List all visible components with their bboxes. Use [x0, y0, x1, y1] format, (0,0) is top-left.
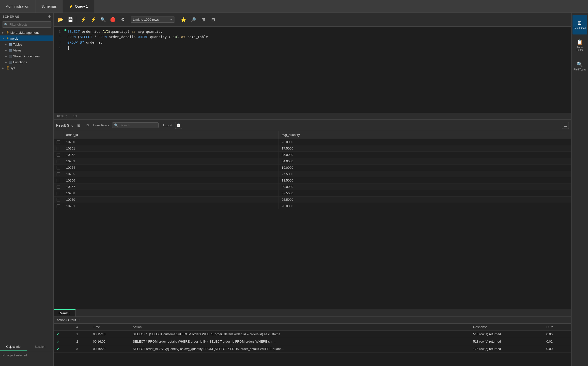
- cell-avg-quantity: 20.0000: [279, 184, 571, 190]
- tree-label-tables: Tables: [13, 43, 22, 46]
- limit-select-label: Limit to 1000 rows: [133, 18, 159, 21]
- result-tab-3-label: Result 3: [59, 311, 70, 315]
- table-row[interactable]: 10261 20.0000: [54, 203, 571, 209]
- cell-order-id: 10254: [63, 165, 279, 171]
- result-grid-panel-button[interactable]: ⊞ Result Grid: [573, 15, 587, 34]
- schema-tree: ▶ 🗄 LibraryManagement ▼ 🗄 mydb ▶ ▦ Table…: [0, 30, 53, 343]
- open-file-button[interactable]: 📂: [56, 15, 65, 24]
- tree-item-librarymanagement[interactable]: ▶ 🗄 LibraryManagement: [0, 30, 53, 35]
- action-time-cell: 00:15:18: [90, 331, 130, 338]
- tab-schemas[interactable]: Schemas: [35, 0, 63, 13]
- list-item[interactable]: ✓ 1 00:15:18 SELECT *, (SELECT customer_…: [54, 331, 571, 338]
- tree-label-mydb: mydb: [10, 37, 18, 40]
- row-checkbox[interactable]: [57, 192, 60, 195]
- tree-item-functions[interactable]: ▶ ▦ Functions: [0, 59, 53, 65]
- find-button[interactable]: 🔍: [99, 15, 108, 24]
- cell-order-id: 10260: [63, 197, 279, 203]
- save-button[interactable]: 💾: [66, 15, 75, 24]
- search-box[interactable]: 🔍: [112, 122, 159, 128]
- filter-objects-input[interactable]: [9, 23, 49, 26]
- row-checkbox[interactable]: [57, 185, 60, 189]
- table-row[interactable]: 10260 25.5000: [54, 197, 571, 203]
- row-checkbox[interactable]: [57, 204, 60, 208]
- cell-avg-quantity: 34.0000: [279, 158, 571, 165]
- row-checkbox[interactable]: [57, 147, 60, 150]
- query-tab-icon: ⚡: [69, 4, 73, 8]
- execute-selected-button[interactable]: ⚡: [89, 15, 98, 24]
- row-checkbox[interactable]: [57, 153, 60, 157]
- result-tab-3[interactable]: Result 3: [54, 309, 76, 316]
- schemas-settings-icon[interactable]: ⚙: [48, 15, 51, 18]
- action-col-time: Time: [90, 324, 130, 331]
- table-row[interactable]: 10253 34.0000: [54, 158, 571, 165]
- action-response-cell: 518 row(s) returned: [470, 338, 543, 345]
- magnify-button[interactable]: 🔎: [189, 15, 198, 24]
- tree-label-sys: sys: [10, 66, 15, 70]
- main-layout: SCHEMAS ⚙ 🔍 ▶ 🗄 LibraryManagement ▼ 🗄 my…: [0, 13, 588, 366]
- result-area: Result Grid ⊞ ↻ Filter Rows: 🔍 Export: 📋…: [54, 120, 571, 366]
- table-row[interactable]: 10252 35.0000: [54, 152, 571, 158]
- export-button[interactable]: 📋: [175, 122, 182, 129]
- tab-query1[interactable]: ⚡ Query 1: [63, 0, 94, 13]
- row-checkbox[interactable]: [57, 179, 60, 182]
- administration-tab-label: Administration: [6, 4, 29, 8]
- tree-label-stored-procedures: Stored Procedures: [13, 54, 40, 58]
- limit-select[interactable]: Limit to 1000 rows ▼: [131, 17, 175, 23]
- action-output-sort-icon[interactable]: ⇅: [78, 318, 81, 322]
- list-item[interactable]: ✓ 2 00:16:05 SELECT * FROM order_details…: [54, 338, 571, 345]
- zoom-arrows-icon[interactable]: ▲ ▼: [65, 114, 67, 118]
- tab-session[interactable]: Session: [27, 343, 54, 351]
- wrap-button[interactable]: ☰: [562, 122, 569, 129]
- cell-order-id: 10253: [63, 158, 279, 165]
- table-row[interactable]: 10255 27.5000: [54, 171, 571, 177]
- execute-button[interactable]: ⚡: [79, 15, 88, 24]
- table-row[interactable]: 10251 17.5000: [54, 145, 571, 152]
- form-editor-panel-button[interactable]: 📋 Form Editor: [573, 35, 587, 55]
- row-checkbox[interactable]: [57, 172, 60, 176]
- row-checkbox[interactable]: [57, 166, 60, 169]
- table-row[interactable]: 10256 13.5000: [54, 177, 571, 184]
- table-row[interactable]: 10257 20.0000: [54, 184, 571, 190]
- tab-administration[interactable]: Administration: [0, 0, 35, 13]
- no-object-selected-text: No object selected: [2, 354, 27, 357]
- row-checkbox[interactable]: [57, 140, 60, 144]
- line-code-1: SELECT order_id, AVG(quantity) as avg_qu…: [67, 29, 571, 34]
- tree-item-mydb[interactable]: ▼ 🗄 mydb: [0, 35, 53, 41]
- tab-object-info[interactable]: Object Info: [0, 343, 27, 351]
- stop-button[interactable]: 🛑: [108, 15, 117, 24]
- refresh-button[interactable]: ↻: [84, 122, 91, 129]
- settings-button[interactable]: ⚙: [118, 15, 127, 24]
- layout2-button[interactable]: ⊟: [209, 15, 217, 24]
- layout1-button[interactable]: ⊞: [199, 15, 208, 24]
- zoom-control[interactable]: 100% ▲ ▼: [57, 114, 67, 118]
- toolbar-separator-2: [177, 16, 177, 23]
- cell-order-id: 10257: [63, 184, 279, 190]
- tree-item-sys[interactable]: ▶ 🗄 sys: [0, 65, 53, 71]
- tree-item-tables[interactable]: ▶ ▦ Tables: [0, 41, 53, 47]
- tree-item-stored-procedures[interactable]: ▶ ▦ Stored Procedures: [0, 53, 53, 59]
- table-row[interactable]: 10258 57.5000: [54, 190, 571, 197]
- star-button[interactable]: ⭐: [179, 15, 188, 24]
- sql-editor[interactable]: 1 SELECT order_id, AVG(quantity) as avg_…: [54, 27, 571, 113]
- editor-statusbar: 100% ▲ ▼ 1:4: [54, 113, 571, 120]
- list-item[interactable]: ✓ 3 00:16:22 SELECT order_id, AVG(quanti…: [54, 345, 571, 353]
- right-panel-expand-icon[interactable]: ⌄: [579, 78, 581, 81]
- action-col-status: [54, 324, 73, 331]
- right-panel: ⊞ Result Grid 📋 Form Editor 🔍 Field Type…: [571, 13, 588, 366]
- views-folder-icon: ▦: [9, 48, 12, 52]
- action-status-cell: ✓: [54, 331, 73, 338]
- table-row[interactable]: 10254 19.0000: [54, 165, 571, 171]
- action-num-cell: 2: [73, 338, 90, 345]
- views-chevron-icon: ▶: [5, 49, 8, 52]
- table-row[interactable]: 10250 25.0000: [54, 139, 571, 145]
- funcs-chevron-icon: ▶: [5, 61, 8, 64]
- tree-item-views[interactable]: ▶ ▦ Views: [0, 47, 53, 53]
- sidebar-filter-box[interactable]: 🔍: [2, 21, 51, 28]
- row-checkbox[interactable]: [57, 160, 60, 163]
- cell-order-id: 10256: [63, 177, 279, 184]
- field-types-panel-button[interactable]: 🔍 Field Types: [573, 56, 587, 76]
- row-checkbox[interactable]: [57, 198, 60, 201]
- search-input[interactable]: [120, 123, 156, 127]
- grid-view-button[interactable]: ⊞: [75, 122, 82, 129]
- schemas-header: SCHEMAS ⚙: [0, 13, 53, 20]
